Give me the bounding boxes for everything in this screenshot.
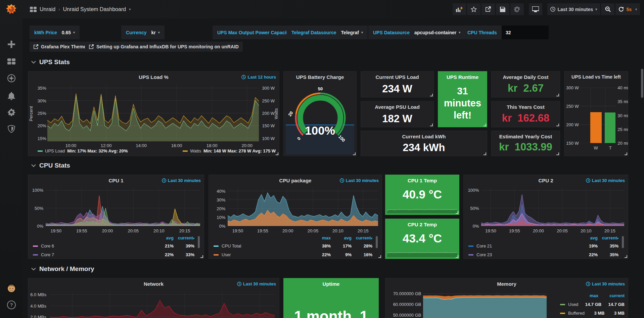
svg-text:20: 20: [287, 110, 294, 117]
time-range-link[interactable]: Last 30 minutes: [162, 178, 201, 183]
legend-col-max[interactable]: max: [572, 293, 598, 298]
legend-col-avg[interactable]: avg: [153, 235, 174, 240]
panel-cpu-package: CPU package Last 30 minutes 40% 30% 20% …: [209, 175, 382, 259]
help-icon[interactable]: ?: [0, 298, 22, 312]
legend-col-avg[interactable]: avg: [577, 235, 598, 240]
legend-series-name[interactable]: Core 21: [476, 243, 492, 248]
legend-marker: [214, 245, 219, 247]
time-range-link[interactable]: Last 30 minutes: [237, 281, 276, 286]
time-range-link[interactable]: Last 30 minutes: [340, 178, 379, 183]
save-button[interactable]: [496, 3, 509, 15]
svg-text:?: ?: [10, 302, 13, 308]
link-grafana-plex-theme[interactable]: Grafana Plex Theme: [30, 42, 90, 52]
legend-col-current[interactable]: current▾: [352, 235, 372, 240]
link-ups-monitoring-guide[interactable]: Setting up Grafana and InfluxDB for UPS …: [85, 42, 243, 52]
legend-series-name[interactable]: Watts: [190, 148, 201, 153]
legend-series-name[interactable]: Core 6: [41, 243, 54, 248]
legend-series-name[interactable]: Used: [568, 302, 578, 307]
y-tick: 250 W: [566, 103, 579, 108]
grafana-logo[interactable]: [0, 3, 22, 16]
legend-col-current[interactable]: current: [598, 293, 625, 298]
legend-col-max[interactable]: max: [310, 235, 331, 240]
time-range-link[interactable]: Last 30 minutes: [586, 281, 625, 286]
panel-title[interactable]: Uptime: [284, 278, 378, 287]
refresh-interval[interactable]: 5s: [626, 7, 632, 12]
y-tick: 0%: [219, 224, 225, 229]
panel-title[interactable]: Current UPS Load: [361, 72, 433, 80]
time-range-picker[interactable]: Last 30 minutes ▾: [547, 3, 600, 15]
kiosk-button[interactable]: [529, 3, 542, 15]
breadcrumb-app[interactable]: Unraid: [40, 6, 55, 12]
y-tick: 50%: [470, 206, 479, 211]
memory-chart: [423, 292, 547, 318]
cpu-threads-input[interactable]: [502, 26, 549, 39]
time-range-link[interactable]: Last 30 minutes: [586, 178, 625, 183]
add-icon[interactable]: [0, 38, 22, 51]
legend-scrollbar[interactable]: [198, 236, 200, 248]
panel-title[interactable]: UPS Runtime: [438, 72, 487, 80]
svg-text:50: 50: [318, 86, 323, 91]
panel-title[interactable]: Current Load kWh: [361, 131, 487, 139]
legend-col-current[interactable]: current▾: [174, 235, 194, 240]
dashboard-grid-icon[interactable]: [30, 7, 37, 12]
x-tick: 19:50: [51, 228, 62, 233]
user-avatar[interactable]: [0, 281, 22, 295]
dashboards-icon[interactable]: [0, 55, 22, 68]
legend-col-avg[interactable]: avg: [331, 235, 352, 240]
explore-icon[interactable]: [0, 72, 22, 85]
time-range-link[interactable]: Last 12 hours: [241, 75, 276, 80]
panel-title[interactable]: CPU 2 Temp: [385, 219, 459, 227]
chevron-down-icon[interactable]: ▾: [129, 7, 131, 11]
share-button[interactable]: [481, 3, 495, 15]
legend-series-name[interactable]: Core 23: [476, 252, 492, 257]
x-tick: 19:55: [76, 228, 87, 233]
legend-series-name[interactable]: User: [222, 252, 231, 257]
add-panel-button[interactable]: [453, 3, 466, 15]
y-tick: 25 min: [617, 127, 628, 132]
x-tick: 19:50: [485, 228, 496, 233]
zoom-out-button[interactable]: [601, 3, 614, 15]
legend-series-name[interactable]: Buffered: [568, 311, 585, 316]
section-cpu-stats[interactable]: CPU Stats: [31, 162, 70, 169]
refresh-button[interactable]: 5s ▾: [615, 3, 640, 15]
sidebar: ?: [0, 0, 22, 318]
variable-currency[interactable]: Currency kr▾: [121, 26, 165, 39]
panel-title[interactable]: Estimated Yearly Cost: [492, 131, 560, 139]
y-tick: 60.000000 GB: [393, 302, 421, 307]
breadcrumb-page[interactable]: Unraid System Dashboard: [63, 6, 126, 12]
variable-ups-datasource[interactable]: UPS Datasource apcupsd-container▾: [368, 26, 465, 39]
legend-scrollbar[interactable]: [622, 236, 624, 248]
settings-button[interactable]: [510, 3, 524, 15]
legend-marker: [560, 313, 565, 314]
legend-series-name[interactable]: UPS Load: [45, 148, 65, 153]
alerting-icon[interactable]: [0, 89, 22, 103]
y-tick: 150 W: [566, 141, 579, 146]
variable-telegraf-datasource[interactable]: Telegraf Datasource Telegraf▾: [287, 26, 368, 39]
chevron-down-icon: ▾: [459, 31, 460, 34]
page-scrollbar[interactable]: [641, 69, 643, 98]
panel-title[interactable]: This Years Cost: [492, 101, 560, 110]
legend-series-name[interactable]: CPU Total: [222, 243, 241, 248]
panel-title[interactable]: Average Daily Cost: [492, 72, 560, 80]
panel-title[interactable]: Average PSU Load: [361, 101, 433, 110]
y-tick: 2.0 MBs: [30, 315, 46, 318]
panel-title[interactable]: UPS Battery Charge: [284, 72, 356, 80]
server-admin-icon[interactable]: [0, 122, 22, 136]
panel-title[interactable]: CPU 1 Temp: [385, 175, 459, 183]
legend-scrollbar[interactable]: [376, 236, 378, 248]
legend-marker: [33, 254, 38, 256]
y-tick: 150 W: [262, 123, 275, 128]
bar-time-left: [605, 112, 615, 143]
legend-series-name[interactable]: Core 7: [41, 252, 54, 257]
configuration-icon[interactable]: [0, 105, 22, 119]
legend-col-current[interactable]: current▾: [598, 235, 618, 240]
legend-marker: [33, 245, 38, 247]
star-button[interactable]: [467, 3, 480, 15]
section-ups-stats[interactable]: UPS Stats: [31, 58, 70, 66]
section-network-memory[interactable]: Network / Memory: [31, 265, 94, 273]
x-tick: 20:15: [179, 228, 190, 233]
variable-kwh-price[interactable]: kWh Price 0.65▾: [30, 26, 80, 39]
panel-title[interactable]: UPS Load vs Time left: [564, 72, 628, 80]
stat-value: 43.4 °C: [385, 232, 459, 245]
cpu2-chart: [481, 188, 624, 226]
